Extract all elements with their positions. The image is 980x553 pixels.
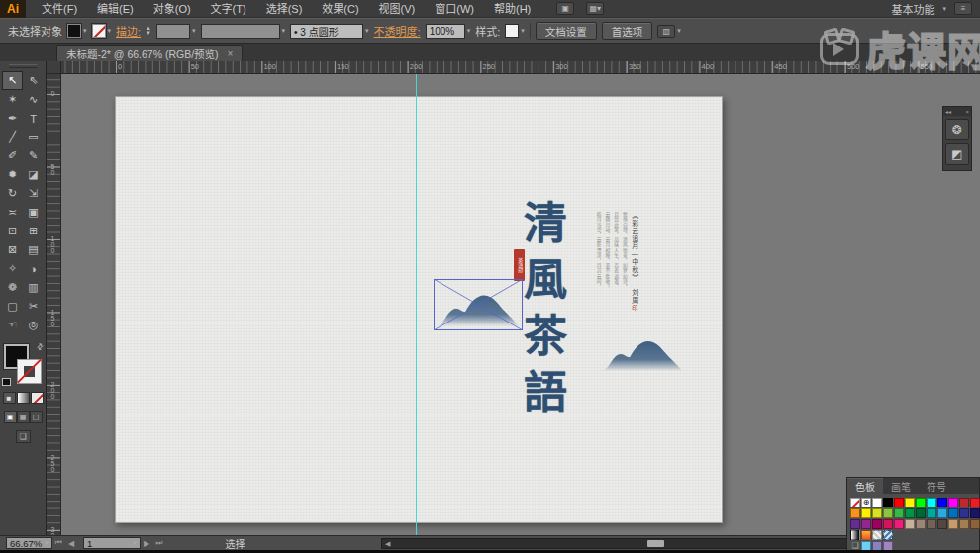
selected-image-placeholder[interactable] xyxy=(434,279,523,330)
expand-panels-icon[interactable]: ◂◂ xyxy=(945,108,951,115)
artboard-tool[interactable]: ▢ xyxy=(2,297,23,316)
document-tab[interactable]: 未标题-2* @ 66.67% (RGB/预览) × xyxy=(56,45,243,61)
symbol-sprayer-tool[interactable]: ❁ xyxy=(2,278,23,297)
vertical-ruler[interactable]: 050100150200250300 xyxy=(47,74,61,535)
opacity-link[interactable]: 不透明度: xyxy=(374,23,421,39)
last-artboard-button[interactable]: ⏭ xyxy=(155,538,162,548)
opacity-control[interactable]: 100%▾ xyxy=(426,24,471,39)
swatch[interactable] xyxy=(927,508,936,518)
panel-tab-0[interactable]: 色板 xyxy=(847,478,883,494)
swatch[interactable] xyxy=(861,508,871,518)
paintbrush-tool[interactable]: ✐ xyxy=(2,146,23,165)
close-icon[interactable]: × xyxy=(228,48,234,59)
hand-tool[interactable]: ☜ xyxy=(2,316,23,334)
gradient-tool[interactable]: ▤ xyxy=(23,240,44,259)
free-transform-tool[interactable]: ▣ xyxy=(23,203,44,222)
width-profile-control[interactable]: ▾ xyxy=(201,24,286,39)
artboard-navigation-field[interactable]: 1▾ xyxy=(83,537,141,549)
stroke-color-well[interactable] xyxy=(17,359,42,384)
swatch[interactable] xyxy=(948,498,958,507)
zoom-tool[interactable]: ◎ xyxy=(23,316,44,334)
menu-item-7[interactable]: 窗口(W) xyxy=(425,0,484,18)
swatch[interactable] xyxy=(894,508,904,518)
slice-tool[interactable]: ✂ xyxy=(23,297,44,316)
shape-builder-tool[interactable]: ⊡ xyxy=(2,222,23,240)
zoom-level-field[interactable]: 66.67%▾ xyxy=(6,537,52,549)
swatch[interactable] xyxy=(883,519,893,529)
menu-item-2[interactable]: 对象(O) xyxy=(144,0,201,18)
red-seal-stamp[interactable]: 茶语印 xyxy=(514,249,525,281)
previous-artboard-button[interactable]: ◀ xyxy=(68,539,74,548)
horizontal-ruler[interactable]: 050100150200250300350400450500550 xyxy=(61,61,980,74)
column-graph-tool[interactable]: ▥ xyxy=(23,278,44,297)
preferences-button[interactable]: 首选项 xyxy=(602,22,653,40)
workspace-switcher[interactable]: 基本功能 ▾ ≡ xyxy=(891,1,980,17)
color-panel-icon[interactable]: ❂ xyxy=(945,119,969,140)
select-similar-control[interactable]: ▧▾ xyxy=(657,25,681,38)
document-setup-button[interactable]: 文档设置 xyxy=(536,22,597,40)
scrollbar-thumb[interactable] xyxy=(647,540,664,547)
swatch-gradient-orange[interactable] xyxy=(861,530,871,540)
swatch[interactable] xyxy=(970,519,980,529)
gradient-panel-icon[interactable]: ◩ xyxy=(945,143,969,165)
draw-behind-button[interactable]: ▩ xyxy=(17,411,30,423)
swatch[interactable] xyxy=(872,498,882,507)
default-fill-stroke-icon[interactable] xyxy=(2,378,11,386)
swatch[interactable] xyxy=(937,498,947,507)
swatch[interactable] xyxy=(850,519,860,529)
fill-color-control[interactable]: ▾ xyxy=(67,24,87,38)
mountain-artwork-2[interactable] xyxy=(599,330,686,374)
arrange-documents-icon[interactable]: ▦▾ xyxy=(586,2,604,15)
ruler-origin-corner[interactable] xyxy=(47,61,61,74)
bridge-icon[interactable]: ▣ xyxy=(556,2,574,15)
pen-tool[interactable]: ✒ xyxy=(2,109,23,128)
swatch[interactable] xyxy=(883,498,893,507)
menu-item-8[interactable]: 帮助(H) xyxy=(484,0,540,18)
magic-wand-tool[interactable]: ✶ xyxy=(2,90,23,109)
stepper-down-icon[interactable]: ▼ xyxy=(146,31,151,36)
blob-brush-tool[interactable]: ✹ xyxy=(2,165,23,184)
swatch[interactable] xyxy=(937,519,947,529)
menu-item-1[interactable]: 编辑(E) xyxy=(87,0,144,18)
stroke-weight-control[interactable]: ▾ xyxy=(156,24,196,39)
direct-selection-tool[interactable]: ⇖ xyxy=(23,71,44,90)
first-artboard-button[interactable]: ⏮ xyxy=(55,538,62,548)
eraser-tool[interactable]: ◪ xyxy=(23,165,44,184)
swatch[interactable] xyxy=(872,519,882,529)
none-mode-button[interactable] xyxy=(31,392,44,404)
scroll-left-icon[interactable]: ◀ xyxy=(385,540,390,548)
menu-item-5[interactable]: 效果(C) xyxy=(312,0,368,18)
menu-item-3[interactable]: 文字(T) xyxy=(201,0,256,18)
draw-normal-button[interactable]: ▣ xyxy=(4,411,17,423)
style-control[interactable]: ▾ xyxy=(505,24,525,38)
type-tool[interactable]: T xyxy=(23,109,44,128)
swatch[interactable] xyxy=(948,508,958,518)
swatch[interactable] xyxy=(970,498,980,507)
swatch[interactable] xyxy=(959,519,969,529)
draw-inside-button[interactable]: ▢ xyxy=(30,411,43,423)
stroke-weight-field[interactable] xyxy=(156,24,190,39)
swatch-none[interactable] xyxy=(850,498,860,507)
perspective-grid-tool[interactable]: ⊞ xyxy=(23,222,44,240)
panel-tab-2[interactable]: 符号 xyxy=(919,478,954,494)
swatch[interactable] xyxy=(850,508,860,518)
swap-fill-stroke-icon[interactable]: ⇄ xyxy=(35,341,46,352)
swatch[interactable] xyxy=(905,498,915,507)
panel-tab-1[interactable]: 画笔 xyxy=(883,478,919,494)
swatch[interactable] xyxy=(937,508,947,518)
vertical-guide[interactable] xyxy=(416,74,417,535)
menu-item-0[interactable]: 文件(F) xyxy=(32,0,87,18)
swatch-registration[interactable]: ⊕ xyxy=(861,498,871,507)
brush-definition-field[interactable]: • 3 点圆形 xyxy=(290,24,363,39)
swatch[interactable] xyxy=(927,519,936,529)
stroke-none-swatch[interactable] xyxy=(92,24,106,38)
stroke-weight-stepper[interactable]: ▲▼ xyxy=(146,26,151,36)
swatch[interactable] xyxy=(916,519,926,529)
color-mode-button[interactable]: ■ xyxy=(3,392,16,404)
close-icon[interactable]: × xyxy=(965,109,969,115)
menu-item-6[interactable]: 视图(V) xyxy=(369,0,426,18)
brush-definition-control[interactable]: • 3 点圆形▾ xyxy=(290,24,369,39)
swatch[interactable] xyxy=(970,508,980,518)
swatch[interactable] xyxy=(894,519,904,529)
swatch[interactable] xyxy=(916,498,926,507)
